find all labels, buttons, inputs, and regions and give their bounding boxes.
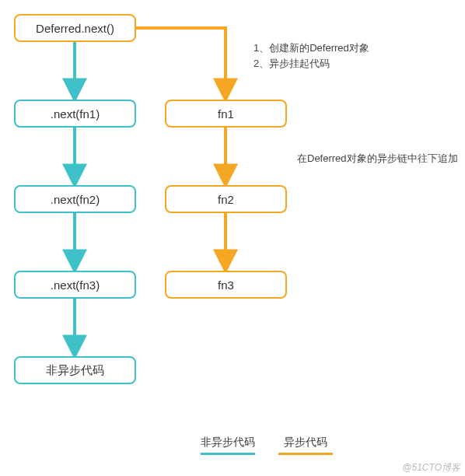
node-next-fn3: .next(fn3) — [14, 271, 136, 299]
node-label: .next(fn1) — [51, 107, 100, 121]
legend-label: 异步代码 — [284, 436, 327, 450]
annotation-line: 1、创建新的Deferred对象 — [253, 40, 369, 56]
node-start: Deferred.next() — [14, 14, 136, 42]
watermark: @51CTO博客 — [402, 461, 460, 474]
node-label: fn1 — [218, 107, 234, 121]
node-label: Deferred.next() — [36, 22, 114, 35]
node-label: fn3 — [218, 278, 234, 292]
diagram-stage: Deferred.next() .next(fn1) .next(fn2) .n… — [0, 0, 465, 476]
annotation-chain-append: 在Deferred对象的异步链中往下追加 — [297, 151, 458, 166]
legend-item-teal: 非异步代码 — [201, 436, 255, 455]
node-label: .next(fn2) — [51, 193, 100, 206]
node-fn3: fn3 — [165, 271, 287, 299]
node-label: fn2 — [218, 193, 234, 206]
node-fn1: fn1 — [165, 100, 287, 128]
legend-swatch-orange — [278, 453, 333, 455]
node-non-async-end: 非异步代码 — [14, 356, 136, 384]
node-next-fn2: .next(fn2) — [14, 185, 136, 213]
node-label: .next(fn3) — [51, 278, 100, 292]
node-fn2: fn2 — [165, 185, 287, 213]
annotation-create-deferred: 1、创建新的Deferred对象 2、异步挂起代码 — [253, 40, 369, 71]
annotation-line: 在Deferred对象的异步链中往下追加 — [297, 152, 458, 164]
node-label: 非异步代码 — [46, 363, 104, 378]
legend-item-orange: 异步代码 — [278, 436, 333, 455]
annotation-line: 2、异步挂起代码 — [253, 56, 369, 72]
node-next-fn1: .next(fn1) — [14, 100, 136, 128]
legend-swatch-teal — [201, 453, 255, 455]
legend: 非异步代码 异步代码 — [201, 436, 333, 455]
legend-label: 非异步代码 — [201, 436, 255, 450]
flow-arrows — [0, 0, 465, 476]
